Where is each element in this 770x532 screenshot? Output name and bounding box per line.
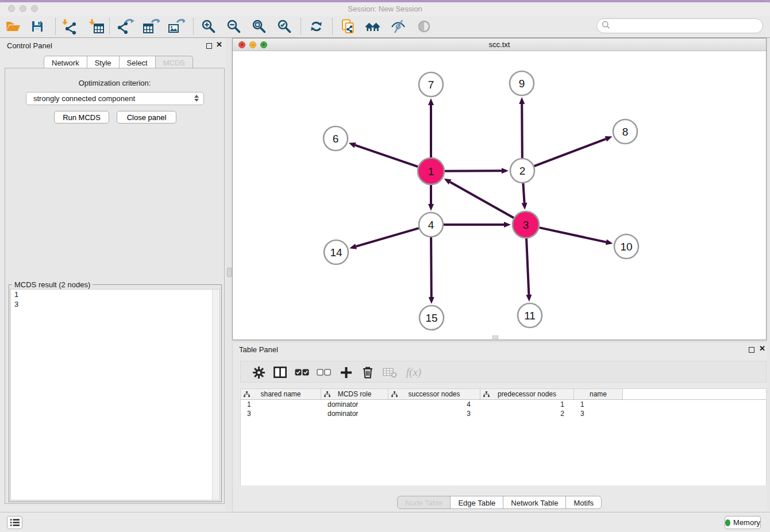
window-title: Session: New Session (0, 5, 770, 13)
table-tab-edge-table[interactable]: Edge Table (450, 496, 503, 509)
edge-4-15[interactable] (431, 237, 432, 297)
float-panel-icon[interactable] (206, 43, 212, 49)
column-header-shared-name[interactable]: shared name (241, 389, 321, 399)
toolbar-separator (193, 18, 194, 34)
edge-3-1[interactable] (450, 182, 514, 218)
close-table-panel-icon[interactable]: ✕ (759, 344, 767, 353)
node-15[interactable]: 15 (419, 306, 444, 330)
column-header-successor-nodes[interactable]: successor nodes (388, 389, 480, 399)
node-4[interactable]: 4 (419, 213, 443, 237)
import-table-icon[interactable] (87, 18, 105, 35)
delete-table-icon[interactable] (382, 365, 398, 380)
close-panel-button[interactable]: Close panel (117, 111, 176, 124)
cell-predecessor-nodes[interactable]: 1 (480, 400, 574, 408)
control-panel-tabs: NetworkStyleSelectMCDS (44, 56, 193, 68)
node-3[interactable]: 3 (513, 211, 539, 238)
tab-select[interactable]: Select (119, 56, 156, 68)
svg-text:10: 10 (620, 241, 632, 253)
open-file-icon[interactable] (5, 18, 22, 35)
delete-column-icon[interactable] (360, 365, 376, 380)
panel-splitter-handle[interactable] (227, 268, 232, 277)
node-10[interactable]: 10 (614, 234, 638, 259)
tab-style[interactable]: Style (87, 56, 120, 68)
export-table-icon[interactable] (143, 18, 160, 35)
save-session-icon[interactable] (29, 18, 46, 35)
close-panel-icon[interactable]: ✕ (216, 40, 224, 49)
zoom-fit-icon[interactable] (251, 18, 268, 35)
node-7[interactable]: 7 (419, 72, 443, 97)
export-image-icon[interactable] (168, 18, 185, 35)
apply-layout-icon[interactable] (307, 18, 325, 35)
table-row-2[interactable]: 3dominator323 (241, 409, 766, 418)
cell-successor-nodes[interactable]: 4 (388, 400, 480, 408)
column-header-mcds-role[interactable]: MCDS role (321, 389, 388, 399)
search-field[interactable] (596, 18, 763, 33)
criterion-dropdown[interactable]: strongly connected component (26, 92, 204, 105)
result-scrollbar[interactable] (212, 290, 220, 500)
node-11[interactable]: 11 (518, 303, 542, 327)
search-input[interactable] (610, 20, 763, 32)
zoom-in-icon[interactable] (200, 18, 217, 35)
edge-3-11[interactable] (526, 238, 529, 295)
svg-text:1: 1 (428, 165, 434, 178)
cell-shared-name[interactable]: 1 (241, 400, 321, 408)
node-6[interactable]: 6 (324, 126, 348, 151)
tab-network[interactable]: Network (44, 56, 87, 68)
table-toolbar: f(x) (240, 361, 767, 383)
edge-2-9[interactable] (522, 104, 522, 158)
table-tab-motifs[interactable]: Motifs (565, 496, 602, 509)
float-table-panel-icon[interactable] (749, 347, 754, 353)
cell-name[interactable]: 3 (574, 410, 623, 418)
network-resize-grip[interactable] (492, 336, 498, 339)
zoom-out-icon[interactable] (225, 18, 242, 35)
mcds-result-list[interactable]: 13 (10, 289, 220, 500)
cell-mcds-role[interactable]: dominator (321, 400, 388, 408)
network-window-titlebar[interactable]: × – + scc.txt (233, 38, 766, 51)
show-columns-icon[interactable] (272, 365, 288, 380)
node-table: shared nameMCDS rolesuccessor nodesprede… (240, 388, 767, 485)
select-all-icon[interactable] (294, 365, 310, 380)
add-column-icon[interactable] (338, 365, 354, 380)
edge-4-14[interactable] (356, 228, 419, 246)
svg-text:15: 15 (425, 312, 437, 324)
first-neighbors-icon[interactable] (364, 18, 382, 35)
tab-mcds[interactable]: MCDS (155, 56, 193, 68)
show-graphics-details-icon[interactable] (415, 18, 433, 35)
cell-predecessor-nodes[interactable]: 2 (480, 410, 574, 418)
edge-3-10[interactable] (539, 228, 606, 242)
memory-status-icon (725, 519, 730, 526)
memory-button[interactable]: Memory (725, 516, 761, 529)
clone-network-icon[interactable] (340, 18, 357, 35)
node-14[interactable]: 14 (324, 240, 348, 264)
edge-2-3[interactable] (523, 183, 524, 203)
column-header-name[interactable]: name (574, 389, 623, 399)
header-filler (623, 389, 766, 399)
deselect-all-icon[interactable] (315, 365, 332, 380)
node-9[interactable]: 9 (510, 71, 534, 95)
table-settings-icon[interactable] (251, 365, 267, 380)
export-network-icon[interactable] (117, 18, 134, 35)
mcds-result-line: 3 (11, 299, 220, 309)
column-header-predecessor-nodes[interactable]: predecessor nodes (480, 389, 574, 399)
network-canvas-svg[interactable]: 7968124314101511 (233, 51, 766, 340)
task-history-button[interactable] (7, 516, 22, 529)
table-row-1[interactable]: 1dominator411 (241, 400, 766, 409)
function-builder-icon[interactable]: f(x) (403, 365, 424, 380)
table-tab-node-table[interactable]: Node Table (397, 496, 451, 509)
edge-2-8[interactable] (534, 139, 606, 166)
network-canvas[interactable]: 7968124314101511 (233, 51, 766, 340)
edge-1-2[interactable] (445, 171, 502, 171)
cell-mcds-role[interactable]: dominator (321, 410, 388, 418)
edge-1-6[interactable] (355, 145, 418, 167)
table-tab-network-table[interactable]: Network Table (503, 496, 566, 509)
cell-shared-name[interactable]: 3 (241, 410, 321, 418)
node-2[interactable]: 2 (510, 159, 534, 183)
zoom-selected-icon[interactable] (276, 18, 293, 35)
node-8[interactable]: 8 (613, 119, 637, 144)
cell-successor-nodes[interactable]: 3 (388, 410, 480, 418)
run-mcds-button[interactable]: Run MCDS (54, 111, 109, 124)
cell-name[interactable]: 1 (574, 400, 623, 408)
import-network-icon[interactable] (60, 18, 77, 35)
node-1[interactable]: 1 (418, 158, 444, 184)
hide-selected-icon[interactable] (390, 18, 407, 35)
